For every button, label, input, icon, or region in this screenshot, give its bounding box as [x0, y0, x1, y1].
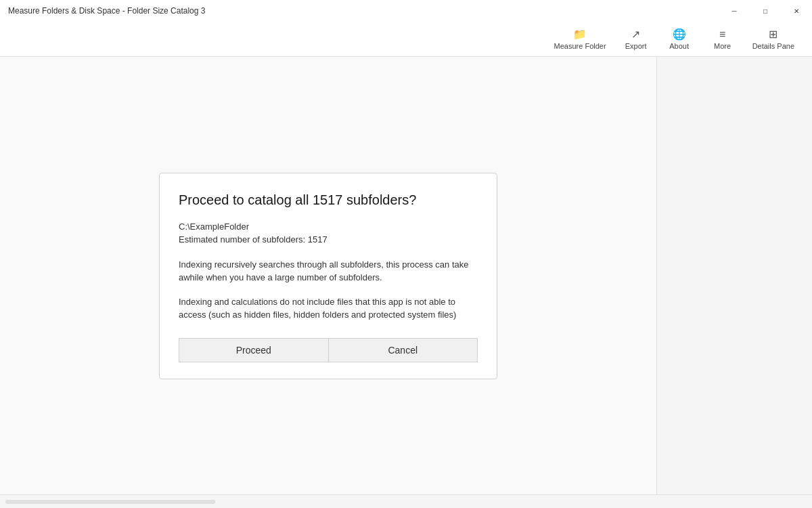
close-button[interactable]: ✕: [781, 0, 812, 22]
toolbar-about[interactable]: 🌐 About: [659, 25, 700, 53]
toolbar-details-pane[interactable]: ⊞ Details Pane: [746, 25, 801, 53]
main-content: Proceed to catalog all 1517 subfolders? …: [0, 57, 812, 494]
dialog-title: Proceed to catalog all 1517 subfolders?: [179, 192, 478, 208]
proceed-button[interactable]: Proceed: [179, 338, 328, 362]
title-bar: Measure Folders & Disk Space - Folder Si…: [0, 0, 812, 22]
more-label: More: [714, 42, 731, 50]
more-icon: ≡: [719, 28, 725, 41]
scroll-track[interactable]: [5, 500, 215, 504]
minimize-button[interactable]: ─: [719, 0, 750, 22]
toolbar: 📁 Measure Folder ↗ Export 🌐 About ≡ More…: [0, 22, 812, 57]
bottom-bar: [0, 494, 812, 508]
dialog-info1: Indexing recursively searches through al…: [179, 258, 478, 284]
details-pane-icon: ⊞: [769, 28, 777, 41]
export-label: Export: [625, 42, 647, 50]
about-icon: 🌐: [673, 28, 686, 41]
toolbar-more[interactable]: ≡ More: [702, 26, 743, 53]
maximize-button[interactable]: □: [750, 0, 781, 22]
right-panel: [656, 57, 812, 494]
dialog-estimate: Estimated number of subfolders: 1517: [179, 234, 478, 245]
app-title: Measure Folders & Disk Space - Folder Si…: [8, 6, 205, 16]
dialog-path: C:\ExampleFolder: [179, 221, 478, 232]
toolbar-measure-folder[interactable]: 📁 Measure Folder: [547, 25, 613, 53]
about-label: About: [669, 42, 689, 50]
dialog-info2: Indexing and calculations do not include…: [179, 295, 478, 322]
details-pane-label: Details Pane: [752, 42, 794, 50]
measure-folder-label: Measure Folder: [554, 42, 606, 50]
toolbar-export[interactable]: ↗ Export: [616, 25, 656, 53]
dialog-buttons: Proceed Cancel: [179, 338, 478, 362]
cancel-button[interactable]: Cancel: [328, 338, 478, 362]
dialog: Proceed to catalog all 1517 subfolders? …: [159, 173, 497, 379]
measure-folder-icon: 📁: [573, 28, 587, 41]
export-icon: ↗: [631, 28, 640, 41]
window-controls: ─ □ ✕: [719, 0, 812, 22]
